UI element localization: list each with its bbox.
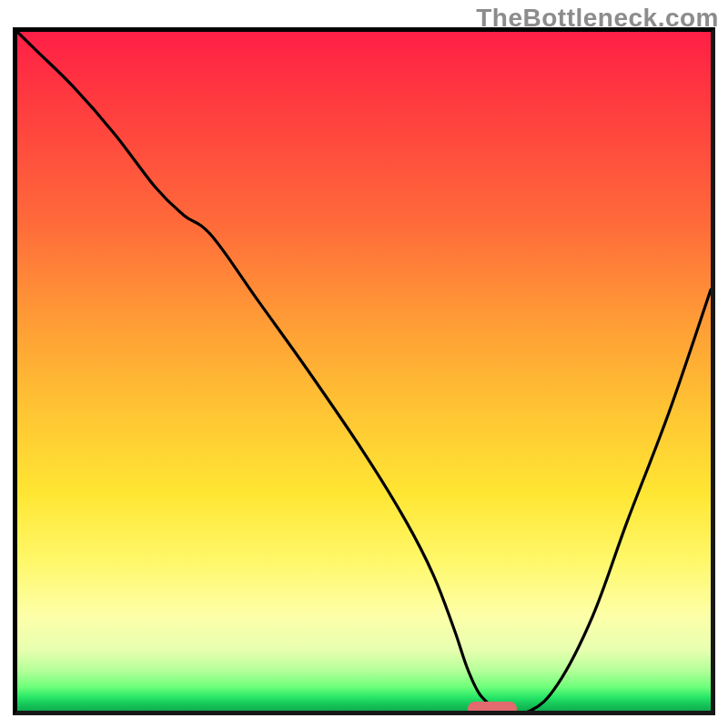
plot-area — [13, 27, 715, 715]
bottleneck-curve — [17, 32, 711, 711]
chart-container: TheBottleneck.com — [0, 0, 728, 728]
optimal-zone-marker — [468, 702, 516, 715]
watermark-text: TheBottleneck.com — [476, 4, 719, 33]
